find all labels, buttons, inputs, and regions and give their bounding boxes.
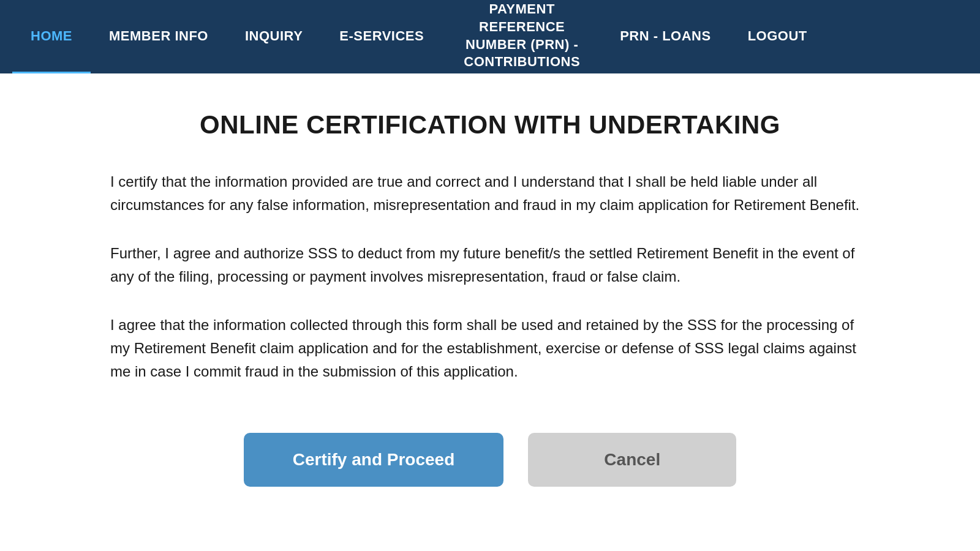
certification-paragraph-1: I certify that the information provided … <box>110 170 870 217</box>
certification-paragraph-3: I agree that the information collected t… <box>110 313 870 384</box>
main-content: ONLINE CERTIFICATION WITH UNDERTAKING I … <box>61 73 919 536</box>
nav-prn-loans[interactable]: PRN - LOANS <box>601 0 729 73</box>
action-buttons: Certify and Proceed Cancel <box>110 433 870 487</box>
nav-home[interactable]: HOME <box>12 0 91 73</box>
nav-member-info[interactable]: MEMBER INFO <box>91 0 227 73</box>
nav-prn-contributions[interactable]: PAYMENT REFERENCE NUMBER (PRN) - CONTRIB… <box>442 0 601 73</box>
nav-e-services[interactable]: E-SERVICES <box>321 0 442 73</box>
nav-inquiry[interactable]: INQUIRY <box>227 0 321 73</box>
cancel-button[interactable]: Cancel <box>528 433 736 487</box>
main-navigation: HOME MEMBER INFO INQUIRY E-SERVICES PAYM… <box>0 0 980 73</box>
certification-paragraph-2: Further, I agree and authorize SSS to de… <box>110 242 870 289</box>
page-title: ONLINE CERTIFICATION WITH UNDERTAKING <box>110 110 870 140</box>
nav-logout[interactable]: LOGOUT <box>729 0 826 73</box>
certify-proceed-button[interactable]: Certify and Proceed <box>244 433 504 487</box>
